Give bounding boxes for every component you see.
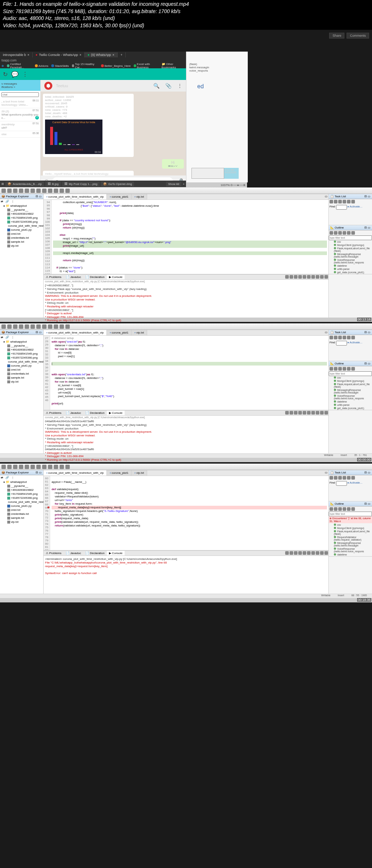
outline-icon[interactable]	[343, 507, 346, 511]
tree-file[interactable]: +917008541545.png	[0, 352, 43, 356]
collapse-icon[interactable]: ⇄	[1, 200, 3, 203]
taskbar-item[interactable]: 📦 Academia.edu_B....zip	[5, 182, 44, 186]
outline-item[interactable]: MongoClient (pymongo)	[329, 379, 372, 383]
voice-icon[interactable]: 🎤	[176, 178, 183, 181]
taskbar-item[interactable]: 🖼 My Post Copy 1....png	[62, 182, 100, 186]
console-tab-problems[interactable]: ⚠ Problems	[44, 275, 64, 279]
tree-file[interactable]: __pycache__	[0, 484, 43, 488]
editor-tab[interactable]: ▪vip.txt	[132, 330, 147, 335]
toolbar-icon[interactable]	[31, 465, 35, 469]
bookmark-item[interactable]: Certified Penetrati...	[7, 62, 32, 69]
outline-filter[interactable]	[329, 371, 372, 376]
console-toolbar-icon[interactable]	[294, 551, 298, 555]
tree-file[interactable]: vip.txt	[0, 520, 43, 524]
tree-file[interactable]: corona_plot1.py	[0, 228, 43, 232]
console-output[interactable]: ['+4916093819802', ''] * Serving Flask a…	[44, 283, 328, 330]
tree-file[interactable]: +917008541545.png	[0, 492, 43, 496]
maximize-icon[interactable]: ▭	[324, 330, 328, 335]
console-toolbar-icon[interactable]	[320, 551, 324, 555]
filter-icon[interactable]: ⋮	[11, 336, 14, 339]
editor-tab[interactable]: ▪corona_plot_with_time_restriction_with_…	[44, 330, 107, 335]
console-toolbar-icon[interactable]	[307, 551, 311, 555]
outline-icon[interactable]	[343, 367, 346, 371]
tree-project[interactable]: ▸ 📁 whatsappbot	[0, 340, 43, 344]
outline-filter[interactable]	[329, 235, 372, 240]
tasklist-icon[interactable]	[334, 336, 337, 339]
collapse-icon[interactable]: ⇄	[1, 336, 3, 339]
outline-item[interactable]: MongoClient (pymongo)	[329, 526, 372, 530]
toolbar-icon[interactable]	[48, 189, 52, 193]
tasklist-icon[interactable]	[351, 200, 355, 203]
tree-file[interactable]: corona_plot_with_time_restriction_wi	[0, 360, 43, 364]
refresh-icon[interactable]: ↻	[3, 71, 8, 78]
tree-file[interactable]: corona_plot_with_time_restriction_wi	[0, 500, 43, 504]
other-bookmarks[interactable]: 📁 Other Bookmarks	[162, 62, 185, 69]
tree-file[interactable]: corona_plot_with_time_restriction_wi	[0, 224, 43, 228]
toolbar-icon[interactable]	[54, 465, 58, 469]
editor-tab[interactable]: ▪vip.txt	[132, 470, 147, 476]
console-toolbar-icon[interactable]	[324, 275, 328, 279]
outline-item[interactable]: Flask,request,abort,send_file (flask)	[329, 530, 372, 536]
console-tab-problems[interactable]: ⚠ Problems	[44, 411, 64, 415]
outline-icon[interactable]	[351, 507, 355, 511]
outline-icon[interactable]	[347, 367, 351, 371]
outline-icon[interactable]	[334, 507, 337, 511]
console-toolbar-icon[interactable]	[303, 411, 306, 415]
console-output[interactable]: 046af0fb4dc99416c1fa5261e4873aff6 * Serv…	[44, 419, 328, 469]
start-icon[interactable]: ⊞	[1, 182, 4, 186]
search-icon[interactable]: 🔍	[153, 83, 159, 89]
ext-icon[interactable]: ⊕	[1, 64, 4, 68]
toolbar-icon[interactable]	[19, 324, 23, 329]
tree-file[interactable]: cred.txt	[0, 508, 43, 512]
maximize-icon[interactable]: ▭	[324, 194, 328, 199]
tasklist-icon[interactable]	[329, 200, 333, 203]
maximize-icon[interactable]: ▭	[324, 470, 328, 476]
toolbar-icon[interactable]	[36, 465, 41, 469]
outline-item[interactable]: urllib.parse	[329, 267, 372, 271]
toolbar-icon[interactable]	[36, 189, 41, 193]
tasklist-icon[interactable]	[343, 336, 346, 339]
tree-file[interactable]: +918572245390.png	[0, 356, 43, 360]
console-tab-javadoc[interactable]: 📄 Javadoc	[64, 551, 83, 556]
tasklist-icon[interactable]	[329, 476, 333, 480]
toolbar-icon[interactable]	[19, 189, 23, 193]
outline-icon[interactable]	[347, 231, 351, 235]
outline-filter[interactable]	[329, 512, 372, 516]
console-toolbar-icon[interactable]	[303, 275, 306, 279]
tree-file[interactable]: sample.txt	[0, 516, 43, 520]
tasklist-icon[interactable]	[347, 336, 351, 339]
browser-tab-active[interactable]: ●(9) WhatsApp×	[85, 52, 118, 57]
toolbar-icon[interactable]	[13, 189, 17, 193]
tasklist-icon[interactable]	[343, 476, 346, 480]
console-tab-declaration[interactable]: 📄 Declaration	[83, 551, 107, 556]
console-toolbar-icon[interactable]	[316, 411, 319, 415]
tree-file[interactable]: cred.txt	[0, 232, 43, 236]
tasklist-icon[interactable]	[343, 200, 346, 203]
outline-icon[interactable]	[334, 231, 337, 235]
toolbar-icon[interactable]	[60, 189, 64, 193]
toolbar-icon[interactable]	[42, 465, 46, 469]
tree-file[interactable]: sample.txt	[0, 376, 43, 380]
menu-icon[interactable]: ⋮	[22, 71, 28, 78]
editor-tab[interactable]: ▪corona_plot_with_time_restriction_with_…	[44, 194, 107, 199]
tasklist-icon[interactable]	[347, 200, 351, 203]
outline-item[interactable]: VoiceResponse (twilio.twiml.voice_respon…	[329, 394, 372, 400]
toolbar-icon[interactable]	[25, 324, 29, 329]
console-toolbar-icon[interactable]	[294, 411, 298, 415]
console-toolbar-icon[interactable]	[290, 551, 293, 555]
outline-icon[interactable]	[329, 507, 333, 511]
console-toolbar-icon[interactable]	[311, 551, 315, 555]
filter-icon[interactable]: ⋮	[11, 200, 14, 203]
tree-file[interactable]: +4916093819802	[0, 212, 43, 216]
console-toolbar-icon[interactable]	[298, 275, 302, 279]
share-button[interactable]: Share	[329, 33, 344, 39]
close-icon[interactable]: ×	[80, 53, 81, 57]
outline-icon[interactable]	[334, 367, 337, 371]
outline-item[interactable]: MessagingResponse (twilio.twiml.messagin	[329, 253, 372, 258]
tasklist-icon[interactable]	[334, 200, 337, 203]
console-toolbar-icon[interactable]	[316, 551, 319, 555]
outline-item[interactable]: VoiceResponse (twilio.twiml.voice_respon…	[329, 547, 372, 553]
console-toolbar-icon[interactable]	[320, 275, 324, 279]
console-toolbar-icon[interactable]	[307, 275, 311, 279]
chat-list-item[interactable]: mentHelpubt?07:51	[0, 121, 40, 131]
